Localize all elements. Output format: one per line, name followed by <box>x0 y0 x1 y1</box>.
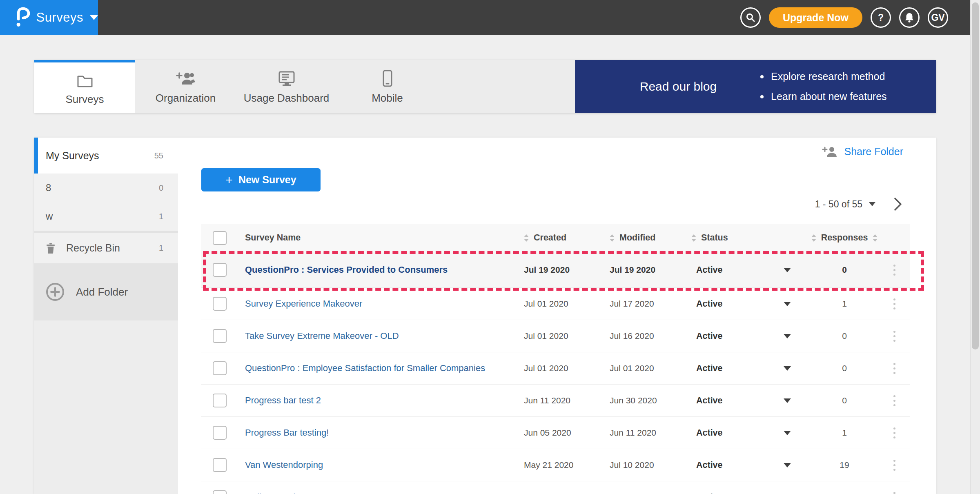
row-checkbox-cell <box>201 426 238 440</box>
row-checkbox[interactable] <box>213 361 227 375</box>
column-header-status[interactable]: Status <box>691 233 810 243</box>
survey-name-link[interactable]: QuestionPro : Services Provided to Consu… <box>245 265 448 275</box>
survey-name-cell: Van Westendorping <box>238 460 524 470</box>
column-header-responses[interactable]: Responses <box>810 233 879 243</box>
page-range-dropdown[interactable]: 1 - 50 of 55 <box>815 199 875 210</box>
share-folder-button[interactable]: Share Folder <box>822 146 903 158</box>
status-dropdown[interactable]: Active <box>691 363 810 374</box>
status-dropdown[interactable]: Active <box>691 396 810 406</box>
modified-cell: Jul 19 2020 <box>610 265 691 275</box>
plus-circle-icon <box>46 283 65 301</box>
survey-name-link[interactable]: Take Survey Extreme Makeover - OLD <box>245 331 399 341</box>
column-header-survey-name[interactable]: Survey Name <box>238 233 524 243</box>
tab-surveys[interactable]: Surveys <box>34 60 135 113</box>
chevron-down-icon <box>90 15 98 20</box>
modified-cell: Jun 11 2020 <box>610 492 691 494</box>
app-root: Surveys Upgrade Now ? GV <box>0 0 980 494</box>
sidebar-item-folder-8[interactable]: 8 0 <box>34 174 178 202</box>
row-menu-button[interactable] <box>891 490 898 494</box>
status-dropdown[interactable]: Active <box>691 460 810 470</box>
survey-name-link[interactable]: Progress bar test 2 <box>245 395 321 405</box>
responses-cell: 0 <box>810 396 879 405</box>
row-menu-button[interactable] <box>891 393 898 409</box>
status-dropdown[interactable]: Active <box>691 265 810 275</box>
responses-cell: 1 <box>810 299 879 309</box>
status-label: Active <box>696 428 723 438</box>
kebab-dot <box>893 464 895 466</box>
tab-label: Surveys <box>66 93 104 106</box>
page-scrollbar-thumb[interactable] <box>972 2 979 349</box>
kebab-dot <box>893 265 895 267</box>
survey-name-link[interactable]: Progress Bar testing! <box>245 427 329 438</box>
row-checkbox[interactable] <box>213 426 227 440</box>
folder-icon <box>76 70 94 88</box>
row-menu-button[interactable] <box>891 457 898 473</box>
search-button[interactable] <box>740 7 761 28</box>
survey-name-link[interactable]: Van Westendorping <box>245 460 323 470</box>
table-row[interactable]: Take Survey Extreme Makeover - OLDJul 01… <box>201 320 910 352</box>
tab-label: Mobile <box>372 92 403 105</box>
help-button[interactable]: ? <box>871 7 891 28</box>
kebab-dot <box>893 269 895 271</box>
tab-organization[interactable]: Organization <box>135 60 236 113</box>
user-avatar[interactable]: GV <box>928 7 948 28</box>
table-row[interactable]: Progress bar test 2Jun 11 2020Jun 30 202… <box>201 384 910 416</box>
notifications-button[interactable] <box>899 7 920 28</box>
caret-down-icon <box>869 202 875 206</box>
kebab-dot <box>893 469 895 471</box>
topbar-actions: Upgrade Now ? GV <box>740 0 948 35</box>
row-checkbox[interactable] <box>213 297 227 311</box>
new-survey-button[interactable]: + New Survey <box>201 168 321 191</box>
table-row[interactable]: Van WestendorpingMay 21 2020Jul 10 2020A… <box>201 449 910 481</box>
survey-name-link[interactable]: Survey Experience Makeover <box>245 298 362 309</box>
person-add-icon <box>822 146 837 158</box>
column-header-created[interactable]: Created <box>524 233 610 243</box>
product-switcher[interactable]: Surveys <box>0 0 98 35</box>
page-range-label: 1 - 50 of 55 <box>815 199 862 210</box>
status-label: Active <box>696 492 723 494</box>
add-folder-button[interactable]: Add Folder <box>34 263 178 320</box>
row-checkbox[interactable] <box>213 458 227 472</box>
row-menu-button[interactable] <box>891 360 898 376</box>
row-checkbox[interactable] <box>213 490 227 494</box>
status-dropdown[interactable]: Active <box>691 492 810 494</box>
row-checkbox[interactable] <box>213 394 227 407</box>
sidebar-item-my-surveys[interactable]: My Surveys 55 <box>34 138 178 174</box>
status-dropdown[interactable]: Active <box>691 428 810 438</box>
status-dropdown[interactable]: Active <box>691 331 810 341</box>
table-row[interactable]: Survey Experience MakeoverJul 01 2020Jul… <box>201 287 910 320</box>
survey-name-link[interactable]: mail test tool <box>245 492 296 494</box>
table-row[interactable]: Progress Bar testing!Jun 05 2020Jun 11 2… <box>201 416 910 449</box>
page-scrollbar[interactable] <box>970 0 980 494</box>
row-checkbox[interactable] <box>213 263 227 277</box>
table-row[interactable]: QuestionPro : Services Provided to Consu… <box>201 252 910 287</box>
survey-name-link[interactable]: QuestionPro : Employee Satisfaction for … <box>245 363 485 373</box>
select-all-checkbox[interactable] <box>213 231 227 245</box>
row-menu-button[interactable] <box>891 425 898 441</box>
blog-banner[interactable]: Read our blog Explore research method Le… <box>575 60 936 113</box>
table-row[interactable]: QuestionPro : Employee Satisfaction for … <box>201 352 910 384</box>
upgrade-now-button[interactable]: Upgrade Now <box>769 7 862 28</box>
tab-mobile[interactable]: Mobile <box>337 60 438 113</box>
status-label: Active <box>696 265 723 275</box>
row-checkbox[interactable] <box>213 329 227 343</box>
status-dropdown[interactable]: Active <box>691 299 810 309</box>
row-menu-button[interactable] <box>891 328 898 344</box>
kebab-dot <box>893 460 895 462</box>
row-checkbox-cell <box>201 329 238 343</box>
sidebar-item-recycle-bin[interactable]: Recycle Bin 1 <box>34 231 178 263</box>
folder-count: 0 <box>159 183 163 193</box>
row-menu-button[interactable] <box>891 296 898 312</box>
table-row[interactable]: mail test toolJun 11 2020Jun 11 2020Acti… <box>201 481 910 494</box>
column-header-modified[interactable]: Modified <box>610 233 691 243</box>
sidebar-item-folder-w[interactable]: w 1 <box>34 202 178 231</box>
column-label: Created <box>534 233 566 243</box>
tab-usage-dashboard[interactable]: Usage Dashboard <box>236 60 337 113</box>
next-page-button[interactable] <box>893 197 902 211</box>
banner-title[interactable]: Read our blog <box>611 80 746 93</box>
responses-cell: 19 <box>810 460 879 470</box>
row-menu-button[interactable] <box>891 262 898 278</box>
add-folder-label: Add Folder <box>76 286 128 298</box>
row-checkbox-cell <box>201 458 238 472</box>
top-bar: Surveys Upgrade Now ? GV <box>0 0 980 35</box>
